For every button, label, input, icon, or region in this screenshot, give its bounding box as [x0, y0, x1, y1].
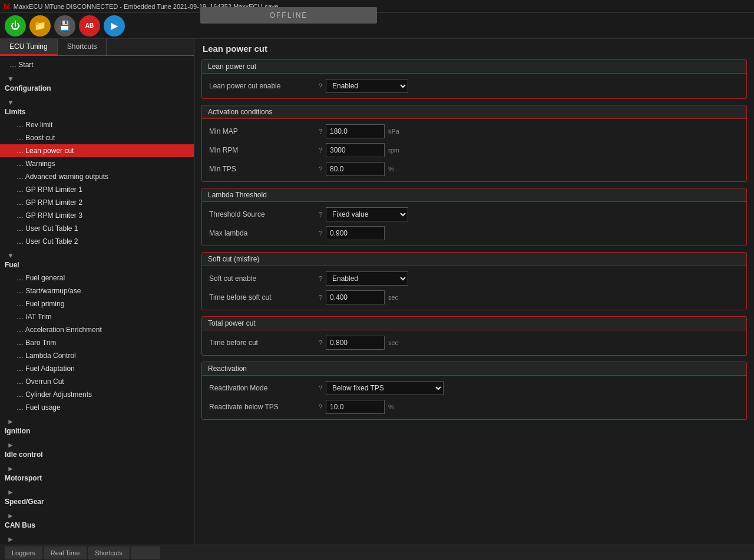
field-min-rpm: Min RPM ? rpm: [209, 143, 739, 158]
play-button[interactable]: ▶: [104, 15, 125, 37]
unit-time-before-soft-cut: sec: [388, 294, 398, 301]
field-control-max-lambda: [326, 226, 385, 240]
tree-item-rev-limit[interactable]: … Rev limit: [0, 118, 194, 131]
help-max-lambda[interactable]: ?: [315, 230, 326, 237]
section-lean-power-cut: Lean power cut Lean power cut enable ? E…: [201, 59, 747, 99]
tree-item-fuel-priming[interactable]: … Fuel priming: [0, 297, 194, 310]
field-reactivate-below-tps: Reactivate below TPS ? %: [209, 399, 739, 415]
toolbar: ⏻ 📁 💾 AB ▶ OFFLINE: [0, 13, 754, 39]
tree-item-user-cut-table-2[interactable]: … User Cut Table 2: [0, 235, 194, 248]
select-soft-cut-enable[interactable]: Enabled Disabled: [326, 271, 408, 286]
tree-item-fuel-usage[interactable]: … Fuel usage: [0, 401, 194, 414]
select-lean-power-cut-enable[interactable]: Enabled Disabled: [326, 79, 408, 93]
tree-item-ignition[interactable]: ►Ignition: [0, 414, 194, 438]
right-panel: Lean power cut Lean power cut Lean power…: [194, 39, 754, 545]
bottom-tab-extra[interactable]: [131, 546, 160, 559]
tree-item-gp-rpm-limiter-3[interactable]: … GP RPM Limiter 3: [0, 209, 194, 222]
section-header-reactivation: Reactivation: [202, 362, 746, 376]
bottom-tab-loggers[interactable]: Loggers: [5, 546, 42, 559]
help-lean-power-cut-enable[interactable]: ?: [315, 82, 326, 90]
power-button[interactable]: ⏻: [5, 15, 26, 37]
section-lambda-threshold: Lambda Threshold Threshold Source ? Fixe…: [201, 188, 747, 246]
tree-item-gp-rpm-limiter-2[interactable]: … GP RPM Limiter 2: [0, 196, 194, 209]
help-time-before-soft-cut[interactable]: ?: [315, 294, 326, 301]
field-min-map: Min MAP ? kPa: [209, 124, 739, 139]
tree-item-fuel[interactable]: ▼Fuel: [0, 248, 194, 271]
tree-item-speed-gear[interactable]: ►Speed/Gear: [0, 485, 194, 508]
section-header-lambda-threshold: Lambda Threshold: [202, 188, 746, 202]
tree-item-motorsport[interactable]: ►Motorsport: [0, 461, 194, 485]
field-time-before-cut: Time before cut ? sec: [209, 335, 739, 350]
input-reactivate-below-tps[interactable]: [326, 400, 385, 414]
tree-item-start-warmup-ase[interactable]: … Start/warmup/ase: [0, 284, 194, 297]
tree-item-fuel-adaptation[interactable]: … Fuel Adaptation: [0, 362, 194, 375]
section-body-total-power-cut: Time before cut ? sec: [202, 330, 746, 355]
field-label-soft-cut-enable: Soft cut enable: [209, 274, 315, 283]
input-max-lambda[interactable]: [326, 226, 385, 240]
bottom-tab-shortcuts[interactable]: Shortcuts: [88, 546, 129, 559]
tree-item-gp-rpm-limiter-1[interactable]: … GP RPM Limiter 1: [0, 183, 194, 196]
field-label-min-rpm: Min RPM: [209, 146, 315, 154]
tree-item-baro-trim[interactable]: … Baro Trim: [0, 336, 194, 349]
app-logo: M: [4, 2, 10, 11]
unit-min-map: kPa: [388, 128, 399, 135]
save-button[interactable]: 💾: [54, 15, 75, 37]
section-header-total-power-cut: Total power cut: [202, 317, 746, 330]
help-time-before-cut[interactable]: ?: [315, 339, 326, 346]
field-label-min-tps: Min TPS: [209, 165, 315, 173]
input-min-rpm[interactable]: [326, 143, 385, 157]
section-soft-cut: Soft cut (misfire) Soft cut enable ? Ena…: [201, 252, 747, 310]
select-threshold-source[interactable]: Fixed value Lambda table: [326, 207, 408, 221]
tree-item-idle-control[interactable]: ►Idle control: [0, 438, 194, 461]
tree-item-fuel-general[interactable]: … Fuel general: [0, 271, 194, 284]
tree-item-start[interactable]: … Start: [0, 58, 194, 71]
tree-item-user-cut-table-1[interactable]: … User Cut Table 1: [0, 222, 194, 235]
field-control-time-before-soft-cut: sec: [326, 290, 398, 304]
field-control-min-rpm: rpm: [326, 143, 399, 157]
main-layout: ECU Tuning Shortcuts … Start ▼Configurat…: [0, 39, 754, 545]
input-min-map[interactable]: [326, 124, 385, 138]
tree-item-advanced-warning-outputs[interactable]: … Advanced warning outputs: [0, 170, 194, 183]
tree-item-overrun-cut[interactable]: … Overrun Cut: [0, 375, 194, 388]
field-threshold-source: Threshold Source ? Fixed value Lambda ta…: [209, 207, 739, 222]
select-reactivation-mode[interactable]: Below fixed TPS TPS delta RPM Immediate: [326, 381, 444, 395]
tab-shortcuts[interactable]: Shortcuts: [58, 39, 107, 55]
section-activation-conditions: Activation conditions Min MAP ? kPa Min …: [201, 105, 747, 182]
tree-item-cylinder-adjustments[interactable]: … Cylinder Adjustments: [0, 388, 194, 401]
input-min-tps[interactable]: [326, 162, 385, 176]
tree-item-configuration[interactable]: ▼Configuration: [0, 71, 194, 95]
section-body-lambda-threshold: Threshold Source ? Fixed value Lambda ta…: [202, 202, 746, 246]
help-threshold-source[interactable]: ?: [315, 211, 326, 218]
help-soft-cut-enable[interactable]: ?: [315, 275, 326, 282]
tree-item-lean-power-cut[interactable]: … Lean power cut: [0, 144, 194, 157]
tree-item-lambda-control[interactable]: … Lambda Control: [0, 349, 194, 362]
field-control-soft-cut-enable: Enabled Disabled: [326, 271, 408, 286]
field-label-reactivate-below-tps: Reactivate below TPS: [209, 403, 315, 411]
help-min-tps[interactable]: ?: [315, 165, 326, 173]
help-reactivation-mode[interactable]: ?: [315, 385, 326, 392]
input-time-before-soft-cut[interactable]: [326, 290, 385, 304]
help-min-map[interactable]: ?: [315, 128, 326, 135]
field-label-lean-power-cut-enable: Lean power cut enable: [209, 82, 315, 90]
folder-button[interactable]: 📁: [29, 15, 51, 37]
help-reactivate-below-tps[interactable]: ?: [315, 403, 326, 410]
tree-item-boost-cut[interactable]: … Boost cut: [0, 131, 194, 144]
bottom-bar: Loggers Real Time Shortcuts: [0, 545, 754, 560]
field-label-max-lambda: Max lambda: [209, 229, 315, 237]
input-time-before-cut[interactable]: [326, 336, 385, 350]
section-header-lean-power-cut: Lean power cut: [202, 60, 746, 74]
tree-item-can-bus[interactable]: ►CAN Bus: [0, 508, 194, 532]
field-control-reactivation-mode: Below fixed TPS TPS delta RPM Immediate: [326, 381, 444, 395]
field-control-lean-power-cut-enable: Enabled Disabled: [326, 79, 408, 93]
tree-item-acceleration-enrichment[interactable]: … Acceleration Enrichment: [0, 323, 194, 336]
section-header-activation-conditions: Activation conditions: [202, 105, 746, 119]
help-min-rpm[interactable]: ?: [315, 147, 326, 154]
tree-item-advanced[interactable]: ►Advanced: [0, 532, 194, 545]
field-time-before-soft-cut: Time before soft cut ? sec: [209, 290, 739, 305]
tree-item-limits[interactable]: ▼Limits: [0, 95, 194, 118]
ab-button[interactable]: AB: [79, 15, 100, 37]
tree-item-warnings[interactable]: … Warnings: [0, 157, 194, 170]
tab-ecu-tuning[interactable]: ECU Tuning: [0, 39, 58, 55]
tree-item-iat-trim[interactable]: … IAT Trim: [0, 310, 194, 323]
bottom-tab-realtime[interactable]: Real Time: [44, 546, 87, 559]
